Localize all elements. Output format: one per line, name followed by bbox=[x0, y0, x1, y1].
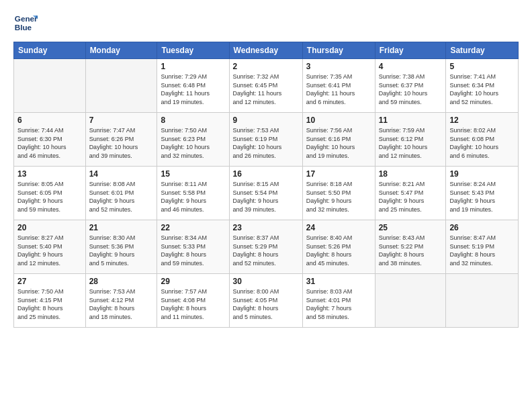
day-number: 5 bbox=[449, 62, 515, 71]
calendar-cell: 19Sunrise: 8:24 AM Sunset: 5:43 PM Dayli… bbox=[446, 167, 519, 220]
calendar-cell: 27Sunrise: 7:50 AM Sunset: 4:15 PM Dayli… bbox=[14, 274, 86, 328]
logo-icon: General Blue bbox=[13, 11, 38, 35]
weekday-header-tuesday: Tuesday bbox=[157, 42, 229, 59]
calendar-week-row: 20Sunrise: 8:27 AM Sunset: 5:40 PM Dayli… bbox=[14, 220, 519, 274]
day-info: Sunrise: 8:15 AM Sunset: 5:54 PM Dayligh… bbox=[233, 180, 299, 214]
weekday-header-friday: Friday bbox=[375, 42, 446, 59]
calendar-cell: 12Sunrise: 8:02 AM Sunset: 6:08 PM Dayli… bbox=[446, 113, 519, 167]
calendar-cell: 18Sunrise: 8:21 AM Sunset: 5:47 PM Dayli… bbox=[375, 167, 446, 220]
calendar-cell bbox=[85, 59, 157, 113]
calendar-cell: 22Sunrise: 8:34 AM Sunset: 5:33 PM Dayli… bbox=[157, 220, 229, 274]
calendar-cell bbox=[14, 59, 86, 113]
day-info: Sunrise: 7:53 AM Sunset: 6:19 PM Dayligh… bbox=[233, 126, 299, 160]
calendar-cell: 7Sunrise: 7:47 AM Sunset: 6:26 PM Daylig… bbox=[85, 113, 157, 167]
day-info: Sunrise: 8:43 AM Sunset: 5:22 PM Dayligh… bbox=[379, 234, 443, 267]
day-info: Sunrise: 7:59 AM Sunset: 6:12 PM Dayligh… bbox=[379, 126, 443, 160]
weekday-header-wednesday: Wednesday bbox=[229, 42, 302, 59]
day-number: 20 bbox=[17, 223, 82, 232]
day-info: Sunrise: 8:34 AM Sunset: 5:33 PM Dayligh… bbox=[161, 234, 225, 267]
day-info: Sunrise: 8:27 AM Sunset: 5:40 PM Dayligh… bbox=[17, 234, 82, 267]
calendar-cell: 23Sunrise: 8:37 AM Sunset: 5:29 PM Dayli… bbox=[229, 220, 302, 274]
day-info: Sunrise: 7:47 AM Sunset: 6:26 PM Dayligh… bbox=[89, 126, 154, 160]
day-number: 31 bbox=[306, 277, 371, 286]
day-info: Sunrise: 7:32 AM Sunset: 6:45 PM Dayligh… bbox=[233, 73, 299, 106]
weekday-header-row: SundayMondayTuesdayWednesdayThursdayFrid… bbox=[14, 42, 519, 59]
day-number: 17 bbox=[306, 169, 371, 179]
day-number: 19 bbox=[449, 169, 515, 179]
day-number: 2 bbox=[233, 62, 299, 71]
day-number: 4 bbox=[379, 62, 443, 71]
calendar-cell bbox=[375, 274, 446, 328]
calendar-cell: 24Sunrise: 8:40 AM Sunset: 5:26 PM Dayli… bbox=[302, 220, 375, 274]
weekday-header-monday: Monday bbox=[85, 42, 157, 59]
day-number: 10 bbox=[306, 116, 371, 125]
calendar-cell: 3Sunrise: 7:35 AM Sunset: 6:41 PM Daylig… bbox=[302, 59, 375, 113]
day-info: Sunrise: 8:37 AM Sunset: 5:29 PM Dayligh… bbox=[233, 234, 299, 267]
day-number: 29 bbox=[161, 277, 225, 286]
calendar-cell: 2Sunrise: 7:32 AM Sunset: 6:45 PM Daylig… bbox=[229, 59, 302, 113]
day-number: 14 bbox=[89, 169, 154, 179]
day-info: Sunrise: 7:53 AM Sunset: 4:12 PM Dayligh… bbox=[89, 287, 154, 321]
day-number: 11 bbox=[379, 116, 443, 125]
calendar-week-row: 13Sunrise: 8:05 AM Sunset: 6:05 PM Dayli… bbox=[14, 167, 519, 220]
calendar-cell: 29Sunrise: 7:57 AM Sunset: 4:08 PM Dayli… bbox=[157, 274, 229, 328]
svg-text:Blue: Blue bbox=[15, 23, 32, 32]
calendar-week-row: 6Sunrise: 7:44 AM Sunset: 6:30 PM Daylig… bbox=[14, 113, 519, 167]
day-info: Sunrise: 8:02 AM Sunset: 6:08 PM Dayligh… bbox=[449, 126, 515, 160]
logo: General Blue bbox=[13, 11, 38, 35]
svg-text:General: General bbox=[15, 14, 38, 23]
calendar-cell: 8Sunrise: 7:50 AM Sunset: 6:23 PM Daylig… bbox=[157, 113, 229, 167]
day-number: 16 bbox=[233, 169, 299, 179]
day-number: 7 bbox=[89, 116, 154, 125]
day-number: 15 bbox=[161, 169, 225, 179]
calendar-cell: 20Sunrise: 8:27 AM Sunset: 5:40 PM Dayli… bbox=[14, 220, 86, 274]
calendar-cell: 5Sunrise: 7:41 AM Sunset: 6:34 PM Daylig… bbox=[446, 59, 519, 113]
day-info: Sunrise: 8:40 AM Sunset: 5:26 PM Dayligh… bbox=[306, 234, 371, 267]
calendar-cell: 17Sunrise: 8:18 AM Sunset: 5:50 PM Dayli… bbox=[302, 167, 375, 220]
day-info: Sunrise: 7:35 AM Sunset: 6:41 PM Dayligh… bbox=[306, 73, 371, 106]
calendar-cell: 28Sunrise: 7:53 AM Sunset: 4:12 PM Dayli… bbox=[85, 274, 157, 328]
calendar-cell: 14Sunrise: 8:08 AM Sunset: 6:01 PM Dayli… bbox=[85, 167, 157, 220]
day-number: 8 bbox=[161, 116, 225, 125]
header: General Blue bbox=[13, 11, 519, 35]
day-info: Sunrise: 7:50 AM Sunset: 4:15 PM Dayligh… bbox=[17, 287, 82, 321]
day-number: 28 bbox=[89, 277, 154, 286]
weekday-header-thursday: Thursday bbox=[302, 42, 375, 59]
calendar-cell: 15Sunrise: 8:11 AM Sunset: 5:58 PM Dayli… bbox=[157, 167, 229, 220]
day-info: Sunrise: 8:47 AM Sunset: 5:19 PM Dayligh… bbox=[449, 234, 515, 267]
day-number: 24 bbox=[306, 223, 371, 232]
calendar-cell: 30Sunrise: 8:00 AM Sunset: 4:05 PM Dayli… bbox=[229, 274, 302, 328]
calendar-cell: 1Sunrise: 7:29 AM Sunset: 6:48 PM Daylig… bbox=[157, 59, 229, 113]
day-info: Sunrise: 8:21 AM Sunset: 5:47 PM Dayligh… bbox=[379, 180, 443, 214]
day-number: 1 bbox=[161, 62, 225, 71]
day-number: 21 bbox=[89, 223, 154, 232]
calendar-cell: 11Sunrise: 7:59 AM Sunset: 6:12 PM Dayli… bbox=[375, 113, 446, 167]
day-info: Sunrise: 7:29 AM Sunset: 6:48 PM Dayligh… bbox=[161, 73, 225, 106]
day-number: 3 bbox=[306, 62, 371, 71]
calendar-cell: 4Sunrise: 7:38 AM Sunset: 6:37 PM Daylig… bbox=[375, 59, 446, 113]
weekday-header-sunday: Sunday bbox=[14, 42, 86, 59]
day-number: 26 bbox=[449, 223, 515, 232]
calendar-cell: 21Sunrise: 8:30 AM Sunset: 5:36 PM Dayli… bbox=[85, 220, 157, 274]
day-number: 9 bbox=[233, 116, 299, 125]
day-info: Sunrise: 8:03 AM Sunset: 4:01 PM Dayligh… bbox=[306, 287, 371, 321]
day-number: 6 bbox=[17, 116, 82, 125]
day-number: 22 bbox=[161, 223, 225, 232]
day-info: Sunrise: 8:11 AM Sunset: 5:58 PM Dayligh… bbox=[161, 180, 225, 214]
day-info: Sunrise: 7:41 AM Sunset: 6:34 PM Dayligh… bbox=[449, 73, 515, 106]
calendar: SundayMondayTuesdayWednesdayThursdayFrid… bbox=[13, 42, 519, 328]
calendar-cell: 13Sunrise: 8:05 AM Sunset: 6:05 PM Dayli… bbox=[14, 167, 86, 220]
day-info: Sunrise: 7:50 AM Sunset: 6:23 PM Dayligh… bbox=[161, 126, 225, 160]
day-number: 13 bbox=[17, 169, 82, 179]
day-info: Sunrise: 8:08 AM Sunset: 6:01 PM Dayligh… bbox=[89, 180, 154, 214]
calendar-cell bbox=[446, 274, 519, 328]
day-info: Sunrise: 7:38 AM Sunset: 6:37 PM Dayligh… bbox=[379, 73, 443, 106]
day-info: Sunrise: 7:57 AM Sunset: 4:08 PM Dayligh… bbox=[161, 287, 225, 321]
calendar-cell: 25Sunrise: 8:43 AM Sunset: 5:22 PM Dayli… bbox=[375, 220, 446, 274]
calendar-cell: 31Sunrise: 8:03 AM Sunset: 4:01 PM Dayli… bbox=[302, 274, 375, 328]
day-info: Sunrise: 8:05 AM Sunset: 6:05 PM Dayligh… bbox=[17, 180, 82, 214]
day-number: 25 bbox=[379, 223, 443, 232]
day-number: 18 bbox=[379, 169, 443, 179]
day-number: 12 bbox=[449, 116, 515, 125]
calendar-cell: 6Sunrise: 7:44 AM Sunset: 6:30 PM Daylig… bbox=[14, 113, 86, 167]
